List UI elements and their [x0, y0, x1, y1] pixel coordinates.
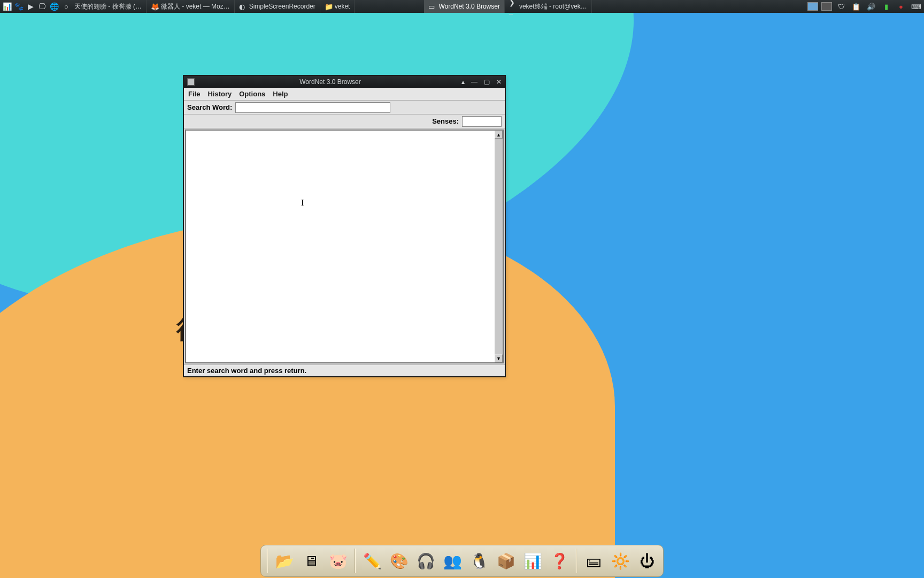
close-button[interactable]: ✕	[496, 78, 502, 86]
dock-power-icon[interactable]: ⏻	[635, 549, 659, 573]
task-label: 微器人 - veket — Moz…	[161, 2, 230, 11]
veket-icon[interactable]: 🐾	[13, 1, 25, 12]
task-label: 天使的翅膀 - 徐誉滕 (…	[74, 2, 142, 11]
scroll-up-button[interactable]: ▲	[495, 131, 503, 139]
senses-row: Senses:	[184, 115, 505, 128]
taskbar: 📊 🐾 ▶ 🖵 🌐 ○天使的翅膀 - 徐誉滕 (… 🦊微器人 - veket —…	[0, 0, 924, 13]
dock-users-icon[interactable]: 👥	[441, 549, 464, 573]
dock-write-icon[interactable]: ✏️	[360, 549, 384, 573]
dock-help-icon[interactable]: ❓	[548, 549, 571, 573]
menu-history[interactable]: History	[207, 90, 232, 98]
task-recorder[interactable]: ◐SimpleScreenRecorder	[235, 0, 320, 13]
dock-mascot-icon[interactable]: 🐷	[326, 549, 350, 573]
window-switch-icon[interactable]	[821, 2, 832, 11]
results-area[interactable]: I	[186, 131, 495, 362]
record-red-icon[interactable]: ●	[895, 1, 907, 12]
dock-files-icon[interactable]: 📂	[273, 549, 296, 573]
record-icon: ○	[64, 3, 72, 10]
task-music[interactable]: ○天使的翅膀 - 徐誉滕 (…	[60, 0, 147, 13]
task-wordnet[interactable]: ▭WordNet 3.0 Browser	[424, 0, 505, 13]
clipboard-icon[interactable]: 📋	[850, 1, 862, 12]
firefox-icon: 🦊	[151, 3, 158, 10]
terminal-icon: ❯_	[509, 3, 517, 10]
senses-label: Senses:	[432, 117, 459, 125]
dock-display-icon[interactable]: 🖥	[299, 549, 323, 573]
shield-icon[interactable]: 🛡	[835, 1, 847, 12]
task-terminal[interactable]: ❯_veket终端 - root@vek…	[505, 0, 592, 13]
taskbar-launchers: 📊 🐾 ▶ 🖵 🌐	[0, 1, 60, 12]
task-firefox[interactable]: 🦊微器人 - veket — Moz…	[147, 0, 235, 13]
dock-drive-icon[interactable]: 🖴	[582, 549, 605, 573]
display-icon[interactable]	[807, 2, 818, 11]
task-label: veket	[335, 3, 350, 10]
monitor-icon[interactable]: 📊	[1, 1, 13, 12]
speaker-icon[interactable]: 🔊	[865, 1, 877, 12]
search-row: Search Word:	[184, 101, 505, 115]
task-label: SimpleScreenRecorder	[249, 3, 315, 10]
task-files[interactable]: 📁veket	[320, 0, 355, 13]
battery-icon[interactable]: ▮	[880, 1, 892, 12]
window-title: WordNet 3.0 Browser	[199, 78, 461, 86]
search-label: Search Word:	[187, 103, 232, 111]
menu-options[interactable]: Options	[239, 90, 265, 98]
scroll-track[interactable]	[495, 139, 503, 354]
play-icon[interactable]: ▶	[25, 1, 36, 12]
content-wrap: I ▲ ▼	[184, 128, 505, 364]
menu-file[interactable]: File	[188, 90, 200, 98]
globe-icon[interactable]: 🌐	[48, 1, 60, 12]
dock-package-icon[interactable]: 📦	[494, 549, 518, 573]
task-label: veket终端 - root@vek…	[519, 2, 587, 11]
scrollbar[interactable]: ▲ ▼	[495, 131, 503, 362]
dock-paint-icon[interactable]: 🎨	[387, 549, 411, 573]
task-label: WordNet 3.0 Browser	[438, 3, 500, 10]
content-border: I ▲ ▼	[185, 130, 504, 363]
senses-input[interactable]	[462, 116, 502, 127]
terminal-icon[interactable]: 🖵	[36, 1, 48, 12]
dock: 📂 🖥 🐷 ✏️ 🎨 🎧 👥 🐧 📦 📊 ❓ 🖴 🔆 ⏻	[260, 545, 664, 577]
text-cursor-icon: I	[301, 198, 304, 208]
desktop: 徉 📊 🐾 ▶ 🖵 🌐 ○天使的翅膀 - 徐誉滕 (… 🦊微器人 - veket…	[0, 0, 924, 578]
search-input[interactable]	[235, 102, 390, 113]
folder-icon: 📁	[325, 3, 332, 10]
minimize-button[interactable]: —	[471, 78, 478, 86]
dock-penguin-icon[interactable]: 🐧	[467, 549, 491, 573]
scroll-down-button[interactable]: ▼	[495, 354, 503, 362]
maximize-button[interactable]: ▢	[484, 78, 490, 86]
app-icon	[187, 78, 195, 86]
statusbar: Enter search word and press return.	[184, 364, 505, 376]
window-icon: ▭	[428, 3, 436, 10]
menubar: File History Options Help	[184, 88, 505, 101]
titlebar[interactable]: WordNet 3.0 Browser ▴ — ▢ ✕	[184, 76, 505, 88]
status-text: Enter search word and press return.	[187, 367, 306, 375]
menu-help[interactable]: Help	[273, 90, 288, 98]
dock-chart-icon[interactable]: 📊	[521, 549, 544, 573]
taskbar-tray: 🛡 📋 🔊 ▮ ● ⌨	[807, 1, 924, 12]
keyboard-icon[interactable]: ⌨	[910, 1, 922, 12]
shade-button[interactable]: ▴	[461, 78, 465, 86]
wordnet-window: WordNet 3.0 Browser ▴ — ▢ ✕ File History…	[183, 75, 506, 377]
recorder-icon: ◐	[239, 3, 247, 10]
dock-brightness-icon[interactable]: 🔆	[609, 549, 632, 573]
dock-music-icon[interactable]: 🎧	[414, 549, 437, 573]
